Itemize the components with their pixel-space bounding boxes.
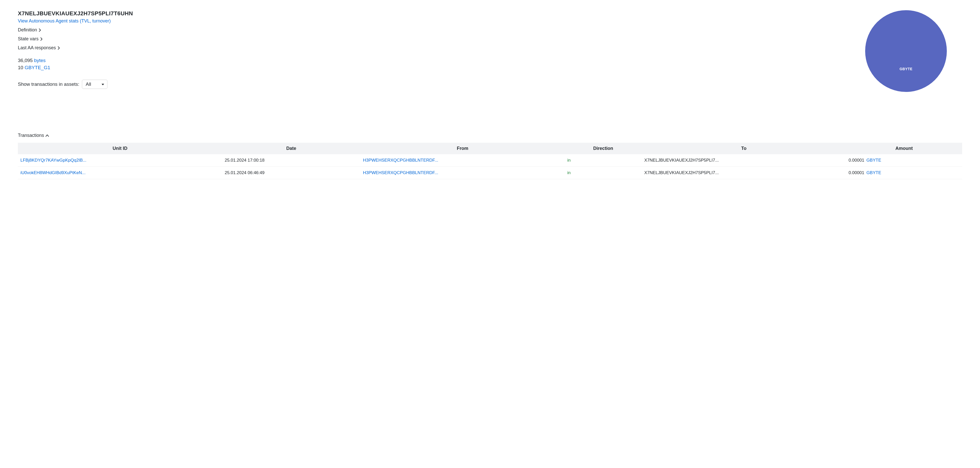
col-to: To <box>641 143 846 154</box>
direction-badge: in <box>567 170 571 175</box>
table-row: iU0vokEH8WHdGIBd9XuPtKeN... 25.01.2024 0… <box>18 167 962 179</box>
transactions-expander[interactable]: Transactions <box>18 133 962 138</box>
to-address: X7NELJBUEVKIAUEXJ2H7SP5PLI7... <box>641 154 846 167</box>
state-vars-label: State vars <box>18 36 38 41</box>
transactions-table: Unit ID Date From Direction To Amount LF… <box>18 143 962 179</box>
tx-date: 25.01.2024 06:46:49 <box>222 167 360 179</box>
tx-date: 25.01.2024 17:00:18 <box>222 154 360 167</box>
pie-slice-gbyte <box>865 10 947 92</box>
caret-down-icon <box>102 81 104 87</box>
col-date: Date <box>222 143 360 154</box>
balance-row: 36,095 bytes <box>18 58 840 63</box>
asset-filter-label: Show transactions in assets: <box>18 81 80 87</box>
tx-asset-link[interactable]: GBYTE <box>866 170 881 175</box>
tx-asset-link[interactable]: GBYTE <box>866 158 881 162</box>
balance-amount: 36,095 <box>18 58 33 63</box>
asset-filter-value: All <box>86 81 91 87</box>
balance-asset-link[interactable]: GBYTE_G1 <box>24 65 50 70</box>
unit-link[interactable]: iU0vokEH8WHdGIBd9XuPtKeN... <box>21 170 86 175</box>
address-title: X7NELJBUEVKIAUEXJ2H7SP5PLI7T6UHN <box>18 10 840 17</box>
balance-row: 10 GBYTE_G1 <box>18 65 840 70</box>
definition-label: Definition <box>18 27 37 33</box>
transactions-heading: Transactions <box>18 133 44 138</box>
definition-expander[interactable]: Definition <box>18 27 840 33</box>
asset-pie-chart: GBYTE <box>865 10 947 92</box>
chevron-right-icon <box>38 27 41 33</box>
direction-badge: in <box>567 158 571 162</box>
last-aa-responses-label: Last AA responses <box>18 45 56 51</box>
table-row: LFBj8KDYQr7KAYwGpKpQq2IB... 25.01.2024 1… <box>18 154 962 167</box>
balances-list: 36,095 bytes 10 GBYTE_G1 <box>18 58 840 70</box>
col-from: From <box>360 143 565 154</box>
col-amount: Amount <box>846 143 962 154</box>
state-vars-expander[interactable]: State vars <box>18 36 840 41</box>
balance-amount: 10 <box>18 65 23 70</box>
col-unit-id: Unit ID <box>18 143 222 154</box>
balance-asset-link[interactable]: bytes <box>34 58 45 63</box>
aa-stats-link[interactable]: View Autonomous Agent stats (TVL, turnov… <box>18 18 111 24</box>
chevron-up-icon <box>45 133 49 138</box>
col-direction: Direction <box>565 143 642 154</box>
from-link[interactable]: H3PWEHSERXQCPGHBBLNTERDF... <box>363 170 438 175</box>
last-aa-responses-expander[interactable]: Last AA responses <box>18 45 840 51</box>
from-link[interactable]: H3PWEHSERXQCPGHBBLNTERDF... <box>363 158 438 162</box>
tx-amount: 0.00001 <box>849 158 864 162</box>
to-address: X7NELJBUEVKIAUEXJ2H7SP5PLI7... <box>641 167 846 179</box>
pie-label: GBYTE <box>900 67 913 71</box>
tx-amount: 0.00001 <box>849 170 864 175</box>
chevron-right-icon <box>40 36 43 41</box>
asset-filter-select[interactable]: All <box>82 80 107 89</box>
chevron-right-icon <box>57 45 60 51</box>
unit-link[interactable]: LFBj8KDYQr7KAYwGpKpQq2IB... <box>21 158 86 162</box>
